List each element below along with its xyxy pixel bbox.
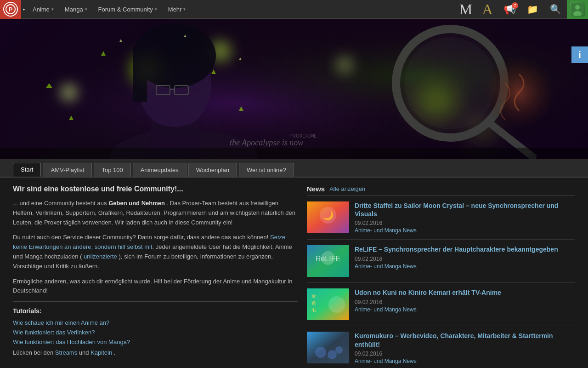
news-item: 🌙 Dritte Staffel zu Sailor Moon Crystal … [307,201,575,240]
community-paragraph-2: Du nutzt auch den Service dieser Communi… [13,233,298,271]
news-date-1: 09.02.2016 [355,220,575,226]
svg-point-51 [335,346,343,354]
community-text-intro: ... und eine Community besteht aus [13,200,108,207]
left-panel: Wir sind eine kostenlose und freie Commu… [13,185,298,368]
news-all-link[interactable]: Alle anzeigen [329,185,365,192]
news-header: News Alle anzeigen [307,185,575,196]
nav-mehr-button[interactable]: Mehr ▾ [163,0,192,19]
community-link-unlizenzierte[interactable]: unlizenzierte [84,253,117,260]
community-text-2a: Du nutzt auch den Service dieser Communi… [13,234,270,241]
folder-button[interactable]: 📁 [521,0,544,19]
nav-mehr-label: Mehr [168,6,182,13]
news-body-1: Dritte Staffel zu Sailor Moon Crystal – … [355,201,575,234]
tab-start[interactable]: Start [13,163,41,177]
nav-forum-label: Forum & Community [98,6,153,13]
tab-amv[interactable]: AMV-Playlist [43,163,92,177]
thumb-inner-4 [307,332,349,363]
thumb-inner-3: 金 色 毛 [307,288,349,320]
svg-text:the Apocalypse is now: the Apocalypse is now [230,138,303,147]
nav-anime-button[interactable]: Anime ▾ [27,0,59,19]
news-body-3: Udon no Kuni no Kiniro Kemari erhält TV-… [355,288,501,320]
news-category-4: Anime- und Manga News [355,358,575,364]
svg-point-49 [315,347,326,358]
community-title: Wir sind eine kostenlose und freie Commu… [13,185,298,193]
info-badge[interactable]: i [571,46,588,63]
news-date-3: 09.02.2016 [355,299,501,305]
community-paragraph-3: Ermögliche anderen, was auch dir ermögli… [13,277,298,296]
myanimelist-m-icon: M [454,0,477,19]
news-item: 金 色 毛 Udon no Kuni no Kiniro Kemari erhä… [307,288,575,326]
news-panel: News Alle anzeigen [307,185,575,368]
news-category-3: Anime- und Manga News [355,306,501,313]
community-text-3: Ermögliche anderen, was auch dir ermögli… [13,278,292,294]
footer-links: Lücken bei den Streams und Kapiteln . [13,349,298,356]
news-body-2: ReLIFE – Synchronsprecher der Hauptchara… [355,245,558,277]
svg-point-3 [575,5,580,10]
news-item-title-2[interactable]: ReLIFE – Synchronsprecher der Hauptchara… [355,245,558,253]
svg-text:P: P [9,6,13,13]
news-thumb-3: 金 色 毛 [307,288,349,320]
svg-point-10 [56,80,82,105]
notifications-badge: 7 [512,2,518,9]
notifications-button[interactable]: 📢 7 [498,0,521,19]
tab-wer-online[interactable]: Wer ist online? [239,163,294,177]
tutorials-title: Tutorials: [13,307,298,315]
navbar: P ▸ Anime ▾ Manga ▾ Forum & Community ▾ … [0,0,588,19]
news-item-title-1[interactable]: Dritte Staffel zu Sailor Moon Crystal – … [355,201,575,218]
nav-anime-label: Anime [33,6,50,13]
logo-icon: P [3,2,18,17]
footer-text-mid: und [79,349,90,356]
nav-manga-arrow: ▾ [85,7,87,12]
news-thumb-2: ReLIFE [307,245,349,277]
tab-animeupdates[interactable]: Animeupdates [133,163,187,177]
svg-text:毛: 毛 [311,307,316,312]
svg-rect-34 [0,148,588,159]
nav-right-section: M A 📢 7 📁 🔍 [454,0,588,19]
svg-text:色: 色 [311,300,316,305]
nav-extra-arrow[interactable]: ▸ [21,0,27,19]
footer-text-end: . [114,349,116,356]
user-avatar[interactable] [567,0,588,19]
footer-link-kapitel[interactable]: Kapiteln [90,349,112,356]
community-paragraph-1: ... und eine Community besteht aus Geben… [13,199,298,227]
tutorial-link-3[interactable]: Wie funktioniert das Hochladen von Manga… [13,339,298,345]
thumb-inner-2: ReLIFE [307,245,349,277]
tutorial-link-1[interactable]: Wie schaue ich mir einen Anime an? [13,319,298,326]
community-bold-1: Geben und Nehmen [108,200,165,207]
site-logo[interactable]: P [0,0,21,19]
news-item: Kuromukuro – Werbevideo, Charaktere, Mit… [307,332,575,368]
tabs-bar: Start AMV-Playlist Top 100 Animeupdates … [0,159,588,178]
svg-text:ReLIFE: ReLIFE [316,255,340,263]
footer-link-streams[interactable]: Streams [55,349,77,356]
avatar-image [570,2,585,17]
hero-banner: the Apocalypse is now PROXER.ME i [0,19,588,159]
news-date-2: 09.02.2016 [355,256,558,262]
tutorial-link-2[interactable]: Wie funktioniert das Verlinken? [13,329,298,336]
myanimelist-a-icon: A [477,0,498,19]
news-category-2: Anime- und Manga News [355,263,558,270]
section-divider [13,301,298,302]
news-item-title-3[interactable]: Udon no Kuni no Kiniro Kemari erhält TV-… [355,288,501,297]
tab-wochenplan[interactable]: Wochenplan [188,163,237,177]
svg-point-30 [404,37,496,129]
nav-manga-button[interactable]: Manga ▾ [59,0,93,19]
svg-text:🌙: 🌙 [322,210,334,221]
nav-forum-arrow: ▾ [155,7,157,12]
search-button[interactable]: 🔍 [544,0,567,19]
news-category-1: Anime- und Manga News [355,227,575,234]
svg-point-47 [328,296,345,313]
news-date-4: 09.02.2016 [355,351,575,357]
news-thumb-1: 🌙 [307,201,349,233]
svg-point-50 [328,350,337,359]
tab-top100[interactable]: Top 100 [94,163,130,177]
nav-mehr-arrow: ▾ [183,7,186,12]
nav-forum-button[interactable]: Forum & Community ▾ [93,0,163,19]
news-item: ReLIFE ReLIFE – Synchronsprecher der Hau… [307,245,575,283]
svg-text:PROXER.ME: PROXER.ME [289,133,317,138]
svg-rect-48 [307,332,349,363]
news-body-4: Kuromukuro – Werbevideo, Charaktere, Mit… [355,332,575,364]
news-thumb-4 [307,332,349,363]
thumb-inner-1: 🌙 [307,201,349,233]
main-content: Wir sind eine kostenlose und freie Commu… [0,178,588,368]
news-item-title-4[interactable]: Kuromukuro – Werbevideo, Charaktere, Mit… [355,332,575,348]
